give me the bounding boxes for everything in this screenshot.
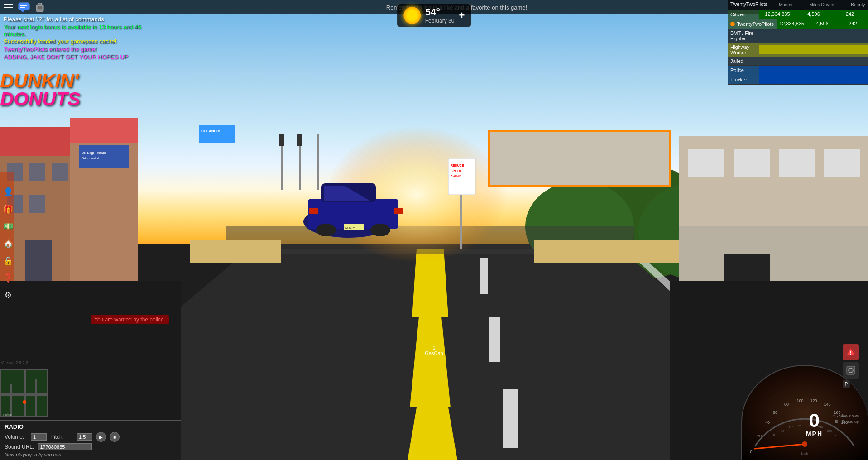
wanted-notice: You are wanted by the police.: [91, 315, 169, 324]
svg-text:0: 0: [750, 450, 752, 454]
version-text: Version 2.6.2.2: [1, 360, 28, 365]
svg-rect-71: [20, 7, 25, 8]
gift-icon-button[interactable]: 🎁: [0, 201, 16, 217]
radio-stop-button[interactable]: ■: [110, 432, 120, 442]
money-icon-button[interactable]: 💵: [0, 218, 16, 235]
speed-display: 0 MPH: [806, 411, 823, 437]
left-sidebar: 👤 🎁 💵 🏠 🔒 ❓ ⚙: [0, 184, 16, 303]
speed-hint-slow: Q - Slow down: [832, 413, 859, 419]
settings-icon-button[interactable]: ⚙: [0, 287, 16, 303]
svg-rect-39: [724, 254, 770, 317]
lb-name-player: TwentyTwoPilots: [728, 20, 777, 28]
lb-player-name-label: TwentyTwoPilots: [737, 21, 774, 27]
home-icon-button[interactable]: 🏠: [0, 235, 16, 252]
svg-text:120: 120: [810, 398, 817, 403]
radio-volume-input[interactable]: [31, 433, 47, 441]
lb-row-citizen: Citizen 12,334,835 4,596 242: [728, 10, 868, 19]
svg-marker-69: [21, 10, 24, 12]
person-icon-button[interactable]: 👤: [0, 184, 16, 200]
lb-name-jailed: Jailed: [728, 57, 759, 65]
mini-p-label: P: [843, 380, 850, 388]
radio-play-button[interactable]: ▶: [96, 432, 106, 442]
svg-text:160: 160: [798, 424, 803, 427]
lb-val-police-1: [759, 66, 796, 75]
weather-date: February 30: [425, 18, 455, 24]
bottom-right-icons: ! P: [843, 344, 859, 388]
svg-rect-100: [35, 379, 37, 417]
lb-name-bmt: BMT / Fire Fighter: [728, 29, 759, 43]
svg-text:60: 60: [773, 410, 777, 415]
radio-volume-label: Volume:: [5, 434, 27, 440]
speed-unit: MPH: [806, 430, 823, 437]
chat-area: Please chat '/?!' for a list of commands…: [4, 16, 162, 61]
chat-message-5: ADDING, JAKE DON'T GET YOUR HOPES UP: [4, 53, 162, 60]
speed-number: 0: [806, 411, 823, 430]
svg-rect-70: [20, 5, 27, 6]
lb-val-jailed-2: [796, 60, 832, 62]
svg-rect-98: [24, 370, 26, 417]
weather-sun-icon: [403, 7, 421, 24]
minimap: ngton: [0, 369, 48, 417]
now-playing-label: Now playing:: [5, 452, 33, 457]
lb-val-trucker-1: [759, 75, 796, 84]
lb-money-citizen: 12,334,835: [759, 10, 796, 19]
lb-col-money: Money: [767, 1, 804, 8]
lb-col-miles: Miles Driven: [804, 1, 840, 8]
weather-temp: 54°: [425, 7, 455, 18]
chat-message-2: Your next login bonus is available in 13…: [4, 24, 162, 37]
chat-message-1: Please chat '/?!' for a list of commands: [4, 16, 162, 23]
lock-icon-button[interactable]: 🔒: [0, 253, 16, 269]
lb-row-police: Police: [728, 66, 868, 75]
svg-rect-12: [480, 258, 488, 294]
leaderboard-panel: TwentyTwoPilots Money Miles Driven Bount…: [728, 0, 868, 85]
weather-plus-button[interactable]: +: [459, 10, 465, 21]
help-icon-button[interactable]: ❓: [0, 270, 16, 286]
lb-bounty-player: 242: [838, 19, 868, 29]
svg-text:km/h: km/h: [801, 452, 808, 455]
player-dot-icon: [730, 22, 735, 26]
lb-val-police-2: [796, 66, 832, 75]
svg-text:80: 80: [784, 402, 789, 407]
svg-text:100: 100: [796, 398, 803, 403]
backpack-icon-button[interactable]: [34, 2, 45, 13]
radio-pitch-label: Pitch:: [50, 434, 73, 440]
lb-val-bmt-2: [796, 34, 832, 37]
lb-val-jailed-1: [759, 60, 796, 62]
svg-point-86: [802, 441, 807, 447]
lb-val-bmt-1: [759, 34, 796, 37]
svg-marker-11: [417, 407, 457, 460]
svg-rect-14: [503, 389, 518, 448]
svg-text:P: P: [834, 434, 836, 437]
svg-text:40: 40: [765, 420, 770, 425]
wanted-icon: !: [843, 344, 859, 360]
svg-point-101: [23, 400, 26, 404]
lb-name-label: Citizen: [730, 12, 746, 17]
radio-url-input[interactable]: [38, 443, 92, 450]
radio-pitch-input[interactable]: [77, 433, 92, 441]
svg-text:ngton: ngton: [3, 412, 12, 417]
svg-rect-104: [847, 366, 855, 374]
donuts-text: DONUTS: [0, 88, 80, 110]
map-toggle-icon[interactable]: [843, 362, 859, 379]
lb-name-police: Police: [728, 66, 759, 74]
chat-message-3: Successfully loaded your gamepass cache!: [4, 38, 162, 45]
radio-url-row: Sound URL:: [5, 443, 176, 450]
lb-name-highway: Highway Worker: [728, 43, 759, 57]
lb-row-player: TwentyTwoPilots 12,334,835 4,596 242: [728, 19, 868, 29]
lb-val-bmt-3: [832, 34, 868, 37]
chat-message-4: TwentyTwoPilots entered the game!: [4, 46, 162, 53]
leaderboard-header: TwentyTwoPilots Money Miles Driven Bount…: [728, 0, 868, 10]
lb-val-hw-3: [832, 45, 868, 54]
lb-name-citizen: Citizen: [728, 10, 759, 19]
svg-marker-10: [419, 317, 451, 407]
lb-row-highway: Highway Worker: [728, 43, 868, 57]
lb-player-name: TwentyTwoPilots: [730, 1, 767, 8]
radio-volume-row: Volume: Pitch: ▶ ■: [5, 432, 176, 442]
lb-miles-player: 4,596: [807, 19, 837, 29]
weather-info: 54° February 30: [425, 7, 455, 24]
hamburger-menu-button[interactable]: [4, 2, 14, 13]
svg-marker-9: [421, 249, 448, 317]
chat-icon-button[interactable]: [18, 2, 31, 12]
now-playing-value: mlg can can: [34, 452, 61, 457]
lb-val-trucker-2: [796, 75, 832, 84]
